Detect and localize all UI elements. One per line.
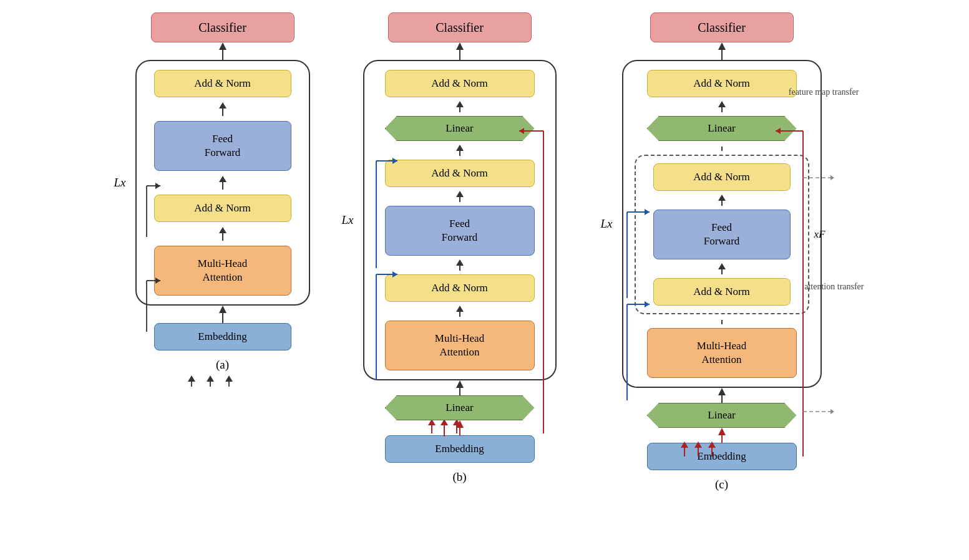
feature-map-transfer-label: feature map transfer bbox=[789, 86, 859, 99]
lx-label-b: Lx bbox=[342, 213, 354, 227]
diagram-label-b: (b) bbox=[452, 470, 466, 484]
linear-top-c: Linear bbox=[647, 116, 797, 141]
arrow-classifier-a bbox=[210, 42, 235, 60]
svg-marker-7 bbox=[219, 227, 226, 233]
lx-label-c: Lx bbox=[601, 217, 613, 231]
svg-marker-21 bbox=[219, 306, 226, 313]
add-norm-bot-inner-c: Add & Norm bbox=[653, 278, 791, 306]
add-norm-top-b: Add & Norm bbox=[385, 70, 535, 97]
svg-marker-3 bbox=[219, 102, 226, 109]
add-norm-bot-a: Add & Norm bbox=[154, 195, 291, 222]
embedding-a: Embedding bbox=[154, 323, 291, 350]
svg-marker-57 bbox=[718, 101, 726, 107]
xf-label-c: xF bbox=[814, 228, 825, 241]
svg-marker-86 bbox=[718, 428, 726, 435]
svg-marker-15 bbox=[188, 375, 195, 382]
svg-marker-23 bbox=[456, 42, 464, 50]
arrow-emb-box-a bbox=[210, 306, 235, 323]
svg-marker-29 bbox=[456, 191, 464, 197]
feed-forward-b: FeedForward bbox=[385, 206, 535, 256]
diagram-c: feature map transfer attention transfer … bbox=[597, 12, 847, 491]
svg-marker-84 bbox=[718, 388, 726, 395]
svg-marker-82 bbox=[830, 175, 834, 180]
svg-marker-5 bbox=[219, 176, 226, 182]
diagram-label-c: (c) bbox=[715, 478, 728, 491]
svg-marker-25 bbox=[456, 101, 464, 107]
embedding-b: Embedding bbox=[385, 435, 535, 463]
svg-marker-27 bbox=[456, 145, 464, 151]
classifier-a: Classifier bbox=[151, 12, 295, 42]
multi-head-a: Multi-HeadAttention bbox=[154, 246, 291, 296]
add-norm-mid-c: Add & Norm bbox=[653, 163, 791, 191]
svg-marker-1 bbox=[219, 42, 226, 50]
arrow-an-ff-a bbox=[210, 102, 235, 116]
svg-marker-19 bbox=[225, 375, 233, 382]
lx-label-a: Lx bbox=[114, 176, 126, 190]
transformer-block-b: Lx Add & Norm Linear Add & Norm FeedForw… bbox=[363, 60, 557, 380]
diagram-label-a: (a) bbox=[216, 358, 229, 372]
linear-bot-b: Linear bbox=[385, 395, 535, 420]
transformer-block-c: Lx Add & Norm Linear xF Add & Norm bbox=[622, 60, 822, 388]
linear-bot-c: Linear bbox=[647, 403, 797, 428]
add-norm-top-c: Add & Norm bbox=[647, 70, 797, 97]
classifier-b: Classifier bbox=[388, 12, 532, 42]
add-norm-mid-b: Add & Norm bbox=[385, 160, 535, 187]
feed-forward-c: FeedForward bbox=[653, 210, 791, 259]
svg-marker-17 bbox=[207, 375, 214, 382]
arrow-ff-an2-a bbox=[210, 176, 235, 190]
classifier-c: Classifier bbox=[650, 12, 794, 42]
transformer-block-a: Lx Add & Norm FeedForward Add & Norm bbox=[135, 60, 310, 306]
inner-block-c: xF Add & Norm FeedForward Add & Norm bbox=[635, 155, 809, 314]
add-norm-top-a: Add & Norm bbox=[154, 70, 291, 97]
svg-marker-55 bbox=[718, 42, 726, 50]
diagram-a: Classifier Lx Add & Norm FeedForward bbox=[123, 12, 323, 372]
embedding-c: Embedding bbox=[647, 443, 797, 470]
svg-marker-80 bbox=[830, 409, 834, 414]
arrow-classifier-b bbox=[447, 42, 472, 60]
feed-forward-a: FeedForward bbox=[154, 121, 291, 171]
multi-head-b: Multi-HeadAttention bbox=[385, 321, 535, 370]
svg-marker-31 bbox=[456, 259, 464, 266]
svg-marker-60 bbox=[718, 195, 726, 201]
multi-head-c: Multi-HeadAttention bbox=[647, 328, 797, 378]
svg-marker-62 bbox=[718, 263, 726, 269]
arrow-an2-mh-a bbox=[210, 227, 235, 241]
diagram-b: Classifier Lx Add & Norm Linear Add & No… bbox=[348, 12, 572, 484]
add-norm-bot-b: Add & Norm bbox=[385, 274, 535, 302]
svg-marker-33 bbox=[456, 306, 464, 312]
attention-transfer-label: attention transfer bbox=[804, 281, 864, 293]
svg-marker-51 bbox=[456, 380, 464, 388]
linear-top-b: Linear bbox=[385, 116, 535, 141]
svg-marker-53 bbox=[456, 420, 464, 428]
main-container: Classifier Lx Add & Norm FeedForward bbox=[0, 0, 969, 560]
